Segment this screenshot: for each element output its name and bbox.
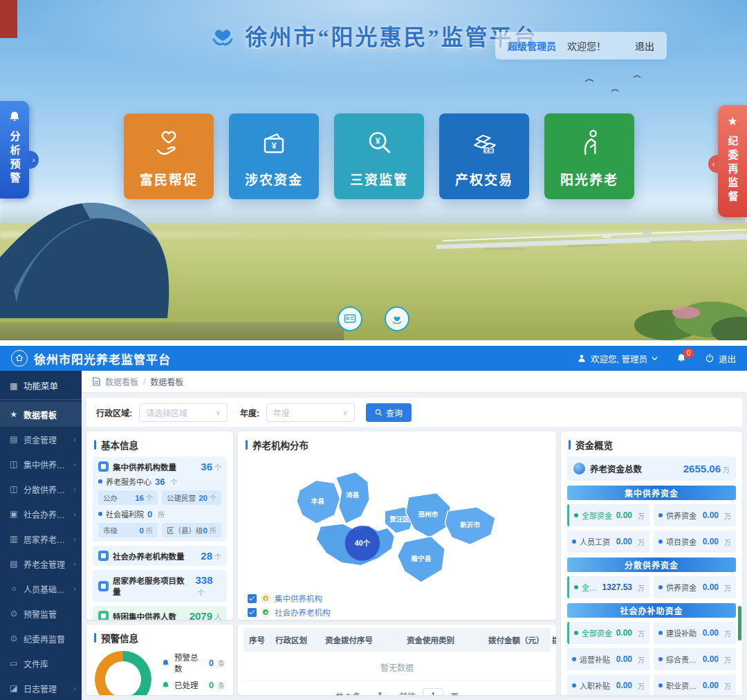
pagination-prev-button[interactable]: ‹	[368, 691, 371, 696]
sub-label: 社会福利院	[106, 508, 144, 519]
heart-hands-button[interactable]	[385, 306, 409, 331]
sidebar-item[interactable]: ⊙ 预警监管 ›	[0, 601, 82, 626]
sidebar-item[interactable]: ▥ 居家养老服务项目 ›	[0, 526, 82, 551]
analysis-warning-tab[interactable]: 分析预警 ›	[0, 101, 29, 199]
chevron-right-icon: ›	[73, 584, 76, 593]
funds-item-value: 0.00	[616, 654, 632, 664]
tile-label: 富民帮促	[140, 169, 198, 188]
funds-item-label: 入职补贴	[580, 680, 610, 691]
sidebar-item[interactable]: ▤ 资金管理 ›	[0, 427, 82, 452]
tab-label: 纪委再监督	[726, 136, 740, 205]
logout-button[interactable]: 退出	[705, 352, 736, 365]
funds-item-card: 建设补助 0.00 万	[654, 622, 736, 644]
id-card-icon	[343, 312, 357, 326]
pill-unit: 所	[210, 525, 216, 535]
sidebar-item[interactable]: ▭ 文件库 ›	[0, 651, 82, 676]
funds-item-unit: 万	[638, 537, 645, 547]
pagination-page-button[interactable]: 1	[378, 691, 382, 695]
tile-shenong-zijin[interactable]: ¥ 涉农资金	[229, 113, 319, 199]
funds-item-value: 0.00	[703, 628, 719, 638]
table-header-cell: 序号	[243, 628, 270, 652]
discipline-supervision-tab[interactable]: ★ 纪委再监督 ‹	[718, 105, 747, 217]
map-region-label: 贾汪区	[389, 515, 409, 523]
funds-item-unit: 万	[724, 510, 731, 521]
checkbox-checked-icon[interactable]	[248, 608, 257, 617]
search-button[interactable]: 查询	[366, 403, 412, 422]
sidebar-item[interactable]: ◫ 集中供养资金 ›	[0, 452, 82, 477]
tile-chanquan-jiaoyi[interactable]: 交易 产权交易	[439, 113, 529, 199]
star-icon: ★	[9, 409, 19, 419]
sidebar-item[interactable]: ◪ 日志管理 ›	[0, 676, 82, 700]
sidebar: ▦ 功能菜单 › ★ 数据看板 › ▤ 资金管理 › ◫ 集中供养资金 ›	[0, 371, 82, 700]
funds-item-value: 0.00	[703, 537, 719, 546]
pagination-unit-label: 页	[450, 690, 459, 696]
stat-card: 社会办养老机构数量 28个	[93, 546, 227, 566]
funds-item-card: 职业资格补贴 0.00 万	[654, 674, 736, 695]
sidebar-item-label: 日志管理	[24, 683, 57, 694]
tile-label: 产权交易	[455, 169, 513, 188]
chevron-right-icon: ›	[73, 684, 76, 692]
stat-card: 特困集中供养人数 2079人 五保老人 103 人	[93, 606, 227, 620]
warning-stat-row: 已处理 0 条	[161, 679, 225, 690]
panel-title: 基本信息	[101, 438, 138, 452]
pagination-total: 共 0 条	[335, 690, 361, 696]
warning-stat-value: 0	[209, 680, 214, 690]
document-icon	[93, 377, 100, 386]
tile-yangguang-yanglao[interactable]: 阳光养老	[544, 113, 634, 199]
logout-label: 退出	[719, 352, 736, 365]
scrollbar-thumb[interactable]	[738, 606, 741, 641]
scrollbar[interactable]	[738, 432, 741, 695]
basic-info-title-row: 基本信息	[86, 432, 233, 457]
map-legend-item[interactable]: 集中供养机构	[248, 593, 546, 604]
funds-item-card: 入职补贴 0.00 万	[567, 674, 649, 695]
total-funds-label: 养老资金总数	[590, 462, 642, 475]
hero-logout-button[interactable]: 退出	[635, 39, 654, 53]
flowers	[672, 306, 700, 319]
section-divider	[0, 340, 747, 346]
pagination-next-button[interactable]: ›	[389, 691, 392, 696]
stat-value: 338个	[195, 574, 221, 598]
search-icon	[375, 409, 382, 416]
sidebar-item[interactable]: ▣ 社会办养老机构 ›	[0, 501, 82, 526]
sidebar-item-label: 纪委再监督	[24, 633, 65, 645]
sidebar-item[interactable]: ○ 人员基础信息 ›	[0, 576, 82, 601]
tile-sanzi-jianguan[interactable]: ¥ 三资监管	[334, 113, 424, 199]
bullet-dot	[572, 657, 576, 661]
tile-fumin-bangcu[interactable]: 富民帮促	[124, 113, 214, 199]
sidebar-item[interactable]: ★ 数据看板 ›	[0, 402, 82, 427]
pension-icon: ▤	[9, 559, 19, 569]
bullet-dot	[98, 479, 102, 483]
breadcrumb-root[interactable]: 数据看板	[105, 376, 138, 387]
filter-bar: 行政区域: 请选择区域 ∨ 年度: 年度 ∨ 查询	[86, 398, 742, 427]
panel-title: 预警信息	[101, 631, 138, 645]
region-select[interactable]: 请选择区域 ∨	[139, 403, 228, 422]
sidebar-item[interactable]: ⊙ 纪委再监督 ›	[0, 626, 82, 651]
folder-icon: ◫	[9, 484, 19, 494]
year-select[interactable]: 年度 ∨	[266, 403, 355, 422]
pill-unit: 个	[210, 492, 216, 503]
pagination-goto-input[interactable]: 1	[423, 688, 443, 695]
notification-bell-button[interactable]: 0	[676, 353, 687, 364]
bullet-dot	[658, 513, 663, 517]
funds-item-label: 全部资金	[582, 627, 612, 638]
sidebar-item-label: 资金管理	[24, 434, 57, 445]
funds-icon: ▤	[9, 434, 19, 444]
sidebar-item[interactable]: ▦ 功能菜单 ›	[0, 372, 82, 400]
property-trade-icon: 交易	[466, 125, 502, 161]
checkbox-checked-icon[interactable]	[248, 594, 257, 603]
sidebar-item[interactable]: ▤ 养老金管理 ›	[0, 551, 82, 576]
funds-item-value: 0.00	[616, 510, 632, 520]
sidebar-item[interactable]: ◫ 分散供养资金 ›	[0, 477, 82, 501]
funds-item-card: 供养资金 0.00 万	[654, 504, 736, 526]
document-icon	[98, 551, 109, 561]
xuzhou-district-map[interactable]: 丰县沛县贾汪区邳州市新沂市睢宁县40个	[238, 457, 556, 593]
document-icon	[98, 581, 109, 591]
user-menu[interactable]: 欢迎您, 管理员	[577, 352, 658, 365]
funds-item-unit: 万	[638, 510, 645, 521]
funds-item-value: 0.00	[703, 654, 719, 664]
map-legend-item[interactable]: 社会办养老机构	[248, 607, 546, 618]
warning-stat-unit: 条	[218, 680, 225, 690]
funds-item-value: 0.00	[616, 681, 632, 690]
id-card-button[interactable]	[338, 306, 362, 331]
bullet-dot	[574, 513, 578, 517]
